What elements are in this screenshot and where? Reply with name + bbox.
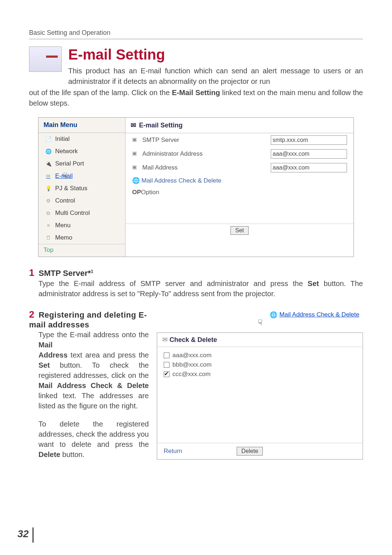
field-icon: ▣ (132, 136, 139, 144)
envelope-icon: ✉ (131, 121, 136, 129)
step2-body-top: Type the E-mail address onto the Mail (38, 330, 149, 350)
step2-right: 🌐 Mail Address Check & Delete ☟ ✉ Check … (157, 309, 363, 460)
sidebar-icon: 📄 (45, 136, 52, 142)
step2-top-bold: Mail (38, 341, 53, 349)
envelope-icon: ✉ (162, 336, 168, 343)
step1-title-text: SMTP Server* (38, 269, 91, 278)
checkbox[interactable] (164, 352, 170, 358)
text-input[interactable] (271, 135, 347, 145)
field-icon: ▣ (132, 164, 139, 171)
address-row: bbb@xxx.com (164, 360, 356, 370)
sidebar-icon: 🔌 (45, 160, 52, 167)
intro-bold: E-Mail Setting (172, 89, 220, 97)
text-input[interactable] (271, 163, 347, 172)
step1-body: Type the E-mail address of SMTP server a… (38, 278, 363, 299)
checkbox[interactable] (164, 371, 170, 377)
step2-number: 2 (29, 309, 37, 320)
pointer-cursor-icon: ☟ (157, 318, 363, 327)
sidebar-icon: 🗒 (45, 234, 52, 241)
op-prefix: OP (132, 189, 141, 196)
app-screenshot: Main Menu 📄Initial🌐Network🔌Serial Port✉E… (38, 117, 354, 257)
delete-button[interactable]: Delete (237, 447, 263, 456)
sidebar-item-label: PJ & Status (55, 185, 87, 192)
mail-address-check-delete-link[interactable]: Mail Address Check & Delete (279, 311, 359, 318)
sidebar: Main Menu 📄Initial🌐Network🔌Serial Port✉E… (38, 118, 126, 257)
sidebar-icon: ✉ (45, 173, 52, 179)
step1-number: 1 (29, 267, 37, 278)
sidebar-item-label: Serial Port (55, 160, 84, 167)
check-delete-title: ✉ Check & Delete (157, 333, 363, 347)
form-row: ▣Mail Address (126, 161, 354, 175)
step2-left: 2 Registering and deleting E-mail addres… (29, 309, 149, 460)
check-delete-panel: ✉ Check & Delete aaa@xxx.combbb@xxx.comc… (157, 332, 363, 460)
intro-text-bottom: out of the life span of the lamp. Click … (29, 87, 363, 109)
sidebar-item-label: Control (55, 197, 75, 204)
step1-title: SMTP Server*1 (38, 269, 93, 278)
field-label: SMTP Server (142, 136, 268, 144)
step-1: 1 SMTP Server*1 Type the E-mail address … (29, 267, 363, 299)
sidebar-item-label: Initial (55, 135, 70, 143)
top-link[interactable]: Top (38, 244, 125, 257)
sidebar-item-memo[interactable]: 🗒Memo (38, 232, 125, 244)
check-delete-title-label: Check & Delete (170, 336, 217, 343)
page-header: Basic Setting and Operation (29, 29, 363, 39)
panel-header-label: E-mail Setting (139, 122, 183, 129)
sidebar-icon: ≡ (45, 222, 52, 229)
address-row: aaa@xxx.com (164, 351, 356, 360)
sidebar-icon: 🌐 (45, 148, 52, 155)
text-input[interactable] (271, 149, 347, 159)
sidebar-item-label: Multi Control (55, 209, 90, 217)
sidebar-item-label: Network (55, 148, 78, 155)
field-label: Administrator Address (142, 150, 268, 158)
sidebar-header: Main Menu (38, 118, 125, 133)
intro-pre: out of the life span of the lamp. Click … (29, 89, 172, 97)
page-number: 32 (17, 528, 29, 540)
thumbnail-image (29, 46, 62, 72)
sidebar-item-pj-status[interactable]: 💡PJ & Status (38, 182, 125, 195)
globe-icon: 🌐 (132, 177, 140, 184)
option-link[interactable]: OPOption (126, 187, 354, 198)
panel-header: ✉ E-mail Setting (126, 118, 354, 133)
address-text: ccc@xxx.com (172, 371, 211, 378)
sidebar-icon: 💡 (45, 185, 52, 192)
address-text: aaa@xxx.com (172, 352, 212, 359)
intro-text-top: This product has an E-mail function whic… (68, 66, 363, 87)
address-text: bbb@xxx.com (172, 361, 212, 368)
checkbox[interactable] (164, 362, 170, 368)
step2-top-pre: Type the E-mail address onto the (38, 331, 149, 339)
sidebar-item-initial[interactable]: 📄Initial (38, 133, 125, 145)
sidebar-icon: ⚙ (45, 197, 52, 204)
sidebar-item-label: Memo (55, 234, 72, 241)
sidebar-item-label: E-mail (55, 172, 73, 180)
step2-body-para2: To delete the registered addresses, chec… (38, 419, 149, 460)
mail-check-delete-label: Mail Address Check & Delete (142, 177, 221, 184)
sidebar-item-menu[interactable]: ≡Menu (38, 219, 125, 232)
step1-body-pre: Type the E-mail address of SMTP server a… (38, 279, 308, 287)
main-panel: ✉ E-mail Setting ▣SMTP Server▣Administra… (126, 118, 354, 257)
address-row: ccc@xxx.com (164, 370, 356, 379)
form-row: ▣Administrator Address (126, 147, 354, 161)
sidebar-item-multi-control[interactable]: ⧉Multi Control (38, 207, 125, 219)
field-icon: ▣ (132, 150, 139, 158)
step2-body-main: Address text area and press the Set butt… (38, 350, 149, 411)
mail-check-delete-link[interactable]: 🌐 Mail Address Check & Delete (126, 175, 354, 187)
globe-icon: 🌐 (270, 311, 277, 319)
sidebar-item-label: Menu (55, 222, 71, 229)
sidebar-item-network[interactable]: 🌐Network (38, 145, 125, 158)
return-link[interactable]: Return (164, 448, 182, 455)
sidebar-item-control[interactable]: ⚙Control (38, 195, 125, 207)
set-button[interactable]: Set (230, 226, 249, 235)
field-label: Mail Address (142, 164, 268, 171)
option-label: Option (141, 189, 159, 196)
step1-body-bold: Set (308, 279, 319, 287)
section-title: E-mail Setting (68, 46, 363, 63)
sidebar-icon: ⧉ (45, 210, 52, 216)
step1-title-sup: 1 (91, 269, 93, 274)
step2-title: Registering and deleting E-mail addresse… (29, 310, 147, 329)
form-row: ▣SMTP Server (126, 133, 354, 147)
sidebar-item-e-mail[interactable]: ✉E-mail (38, 170, 125, 182)
sidebar-item-serial-port[interactable]: 🔌Serial Port (38, 158, 125, 170)
